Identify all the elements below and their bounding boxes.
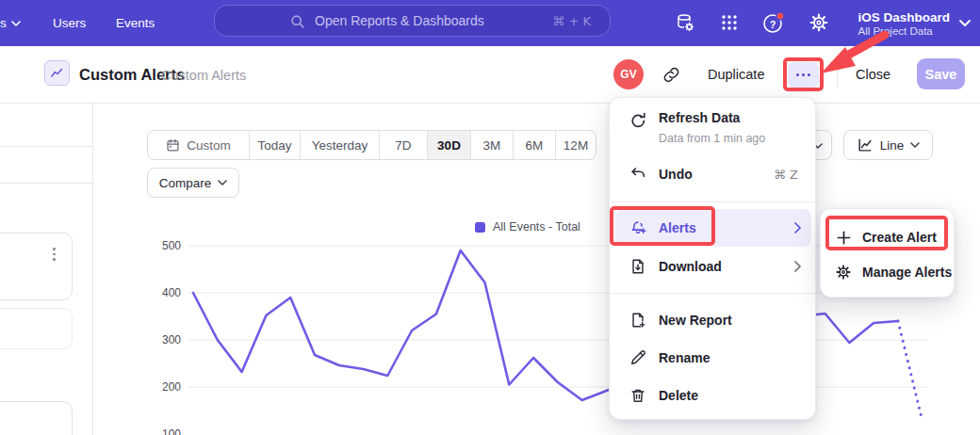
sidebar-card[interactable]: [0, 401, 73, 435]
header-divider: [837, 62, 838, 89]
menu-item-rename[interactable]: Rename: [610, 344, 815, 372]
nav-users-label: Users: [53, 16, 86, 30]
menu-item-delete[interactable]: Delete: [610, 381, 815, 410]
menu-item-undo[interactable]: Undo ⌘ Z: [610, 160, 815, 188]
range-label: 3M: [483, 138, 501, 153]
search-input[interactable]: Open Reports & Dashboards ⌘ + K: [214, 5, 611, 37]
date-range-selector: CustomTodayYesterday7D30D3M6M12M: [147, 130, 596, 160]
refresh-label: Refresh Data: [659, 110, 740, 125]
plus-icon: [834, 228, 853, 247]
range-12m[interactable]: 12M: [555, 131, 596, 159]
database-gear-icon: [675, 12, 695, 33]
legend-swatch: [475, 222, 485, 233]
nav-item-events[interactable]: Events: [116, 0, 155, 46]
calendar-icon: [166, 138, 180, 153]
range-label: 12M: [564, 138, 588, 153]
svg-text:500: 500: [162, 239, 181, 252]
range-3m[interactable]: 3M: [470, 131, 513, 159]
range-label: 6M: [526, 138, 544, 153]
project-name: iOS Dashboard: [858, 10, 950, 25]
range-label: 7D: [395, 138, 411, 153]
save-button[interactable]: Save: [917, 58, 965, 89]
more-options-button[interactable]: [788, 62, 819, 88]
manage-alerts-label: Manage Alerts: [862, 265, 952, 280]
range-label: Yesterday: [312, 138, 368, 153]
nav-item-truncated-label: s: [0, 16, 7, 30]
report-options-menu: Refresh Data Data from 1 min ago Undo ⌘ …: [609, 97, 816, 420]
range-label: Custom: [187, 138, 231, 153]
range-7d[interactable]: 7D: [379, 131, 427, 159]
svg-text:100: 100: [162, 427, 181, 435]
chevron-down-icon: [11, 21, 21, 26]
question-circle-icon: ?: [761, 10, 786, 35]
report-header: Custom Alerts Custom Alerts GV Duplicate…: [0, 46, 980, 104]
nav-item-truncated[interactable]: s: [0, 0, 21, 46]
range-6m[interactable]: 6M: [513, 131, 555, 159]
sidebar-divider-vertical: [92, 104, 93, 435]
alerts-submenu: Create Alert Manage Alerts: [820, 208, 955, 298]
range-label: Today: [257, 138, 291, 153]
data-management-icon[interactable]: [673, 10, 697, 35]
copy-link-button[interactable]: [662, 66, 680, 84]
chart-legend: All Events - Total: [475, 220, 580, 234]
top-nav: s Users Events Open Reports & Dashboards…: [0, 0, 980, 46]
download-document-icon: [629, 257, 647, 276]
chevron-right-icon: [794, 261, 801, 272]
alerts-label: Alerts: [659, 220, 696, 235]
menu-divider: [610, 293, 815, 294]
download-label: Download: [659, 259, 722, 274]
menu-item-download[interactable]: Download: [610, 252, 815, 281]
chevron-right-icon: [794, 222, 801, 234]
svg-text:200: 200: [162, 380, 181, 394]
chevron-down-icon: [959, 20, 971, 26]
gear-icon: [808, 12, 829, 33]
kebab-menu-icon[interactable]: [53, 248, 56, 261]
range-yesterday[interactable]: Yesterday: [300, 131, 379, 159]
search-placeholder: Open Reports & Dashboards: [315, 13, 484, 28]
sidebar-card[interactable]: [0, 308, 73, 349]
line-chart-icon: [857, 137, 874, 153]
menu-item-manage-alerts[interactable]: Manage Alerts: [821, 256, 954, 288]
sidebar-row-divider: [0, 146, 92, 147]
range-today[interactable]: Today: [249, 131, 300, 159]
apps-grid-icon[interactable]: [717, 10, 742, 35]
undo-icon: [629, 165, 647, 184]
delete-label: Delete: [659, 388, 698, 403]
close-button[interactable]: Close: [856, 67, 890, 82]
legend-label: All Events - Total: [493, 220, 580, 234]
chart-type-button[interactable]: Line: [843, 130, 933, 160]
range-custom[interactable]: Custom: [148, 131, 249, 159]
new-report-label: New Report: [659, 313, 732, 328]
notification-dot: [776, 12, 784, 20]
settings-icon[interactable]: [807, 10, 831, 35]
undo-label: Undo: [659, 167, 693, 182]
search-shortcut: ⌘ + K: [552, 14, 591, 28]
document-plus-icon: [629, 311, 647, 330]
nav-events-label: Events: [116, 16, 155, 30]
search-icon: [290, 14, 305, 29]
create-alert-label: Create Alert: [862, 230, 937, 245]
svg-text:?: ?: [770, 19, 776, 30]
range-30d[interactable]: 30D: [427, 131, 470, 159]
gear-icon: [834, 263, 853, 282]
avatar[interactable]: GV: [613, 59, 644, 89]
refresh-subtitle: Data from 1 min ago: [659, 132, 765, 145]
help-icon[interactable]: ?: [761, 10, 786, 35]
menu-divider: [610, 201, 815, 202]
trash-icon: [629, 386, 647, 405]
rename-label: Rename: [659, 350, 710, 365]
menu-item-create-alert[interactable]: Create Alert: [821, 221, 954, 253]
nav-item-users[interactable]: Users: [53, 0, 86, 46]
pencil-icon: [629, 348, 647, 367]
sidebar-row-divider: [0, 183, 92, 184]
compare-button[interactable]: Compare: [147, 168, 239, 198]
project-switcher[interactable]: iOS Dashboard All Project Data: [858, 0, 971, 46]
duplicate-button[interactable]: Duplicate: [708, 67, 764, 82]
svg-text:400: 400: [162, 286, 181, 299]
menu-item-alerts[interactable]: Alerts: [610, 214, 815, 242]
compare-label: Compare: [159, 176, 212, 190]
sidebar-card[interactable]: [0, 233, 73, 300]
menu-item-new-report[interactable]: New Report: [610, 306, 815, 334]
bell-plus-icon: [629, 218, 647, 237]
link-icon: [662, 66, 680, 84]
